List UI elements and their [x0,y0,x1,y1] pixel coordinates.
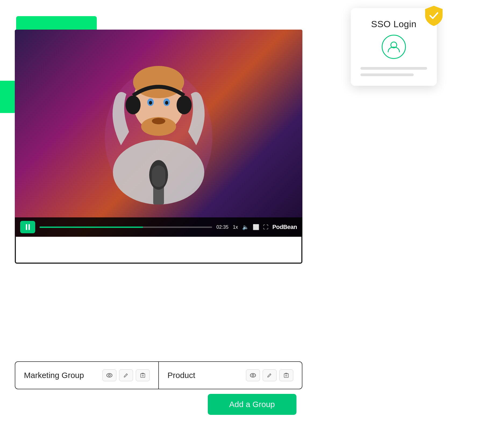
control-icons: 🔈 ⬜ ⛶ PodBean [242,224,297,231]
svg-point-15 [152,118,165,124]
eye-icon [106,373,112,377]
svg-point-17 [109,375,110,376]
trash-icon [140,373,145,378]
group-card-product: Product [159,361,302,389]
add-group-button[interactable]: Add a Group [208,394,296,415]
pip-icon[interactable]: ⬜ [253,224,259,230]
sso-input-lines [360,67,427,76]
speed-display[interactable]: 1x [233,224,238,230]
sso-line-2 [360,73,414,76]
product-delete-button[interactable] [279,369,293,381]
marketing-view-button[interactable] [102,369,116,381]
product-view-button[interactable] [246,369,260,381]
trash-icon [284,373,289,378]
sso-title: SSO Login [371,19,417,29]
marketing-delete-button[interactable] [136,369,150,381]
svg-rect-10 [152,165,165,187]
sso-avatar-icon [382,35,406,59]
marketing-group-label: Marketing Group [24,371,96,380]
product-edit-button[interactable] [263,369,277,381]
svg-point-4 [133,66,184,98]
video-background [15,30,302,237]
svg-point-13 [149,101,152,105]
main-scene: SSO Login [0,0,504,431]
video-player[interactable]: 02:35 1x 🔈 ⬜ ⛶ PodBean [15,30,302,237]
svg-point-20 [252,375,254,376]
edit-icon [124,373,128,378]
time-display: 02:35 [216,224,228,230]
green-accent-left [0,81,16,113]
group-card-marketing: Marketing Group [15,361,159,389]
volume-icon[interactable]: 🔈 [242,224,249,230]
edit-icon [267,373,272,378]
progress-fill [40,227,143,228]
eye-icon [250,373,256,377]
product-group-label: Product [167,371,240,380]
svg-point-16 [107,373,112,377]
svg-point-7 [177,96,192,114]
shield-badge [424,5,444,26]
podbean-logo: PodBean [272,224,297,231]
groups-row: Marketing Group [15,361,302,389]
sso-login-card: SSO Login [351,8,437,86]
svg-point-6 [126,96,141,114]
fullscreen-icon[interactable]: ⛶ [263,224,269,230]
podcast-host-illustration [94,43,223,210]
svg-rect-18 [141,374,145,377]
pause-button[interactable] [20,221,35,233]
product-group-actions [246,369,293,381]
pause-icon [26,224,30,230]
svg-point-14 [165,101,168,105]
marketing-group-actions [102,369,150,381]
progress-bar[interactable] [40,227,212,228]
video-controls-bar: 02:35 1x 🔈 ⬜ ⛶ PodBean [15,217,302,237]
svg-rect-21 [284,374,288,377]
marketing-edit-button[interactable] [119,369,133,381]
sso-line-1 [360,67,427,70]
svg-point-19 [250,373,256,377]
